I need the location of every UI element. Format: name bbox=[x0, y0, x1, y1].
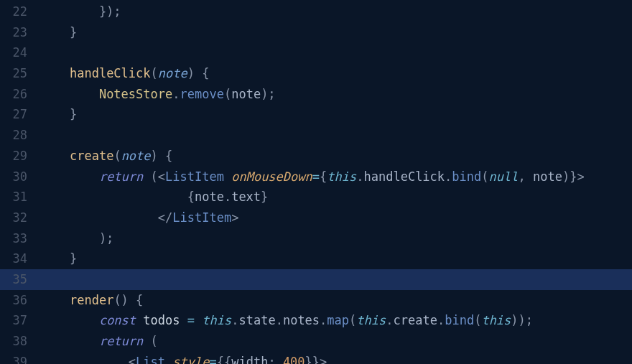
code-token: ListItem bbox=[165, 169, 224, 184]
code-token: } bbox=[40, 25, 77, 39]
code-line[interactable]: const todos = this.state.notes.map(this.… bbox=[40, 310, 632, 331]
code-line[interactable]: } bbox=[40, 104, 632, 125]
code-line[interactable] bbox=[40, 269, 632, 290]
code-token bbox=[224, 169, 231, 184]
code-token: todos bbox=[143, 313, 180, 327]
code-line[interactable]: }); bbox=[40, 1, 632, 22]
code-token: . bbox=[172, 87, 180, 101]
code-token: . bbox=[320, 313, 327, 327]
code-line[interactable] bbox=[40, 125, 632, 146]
code-token: text bbox=[231, 190, 261, 204]
code-token: render bbox=[70, 293, 113, 307]
line-number: 32 bbox=[0, 207, 27, 228]
code-token: create bbox=[70, 149, 113, 163]
code-token: . bbox=[231, 313, 238, 327]
code-token: ( bbox=[143, 334, 157, 348]
code-token: handleClick bbox=[363, 169, 445, 184]
code-token: return bbox=[99, 334, 143, 348]
code-token bbox=[40, 149, 70, 163]
code-token: . bbox=[437, 313, 445, 327]
code-token: ( bbox=[481, 169, 488, 184]
code-line[interactable]: ); bbox=[40, 228, 632, 249]
code-line[interactable]: handleClick(note) { bbox=[40, 63, 632, 84]
line-number: 27 bbox=[0, 104, 27, 125]
code-token bbox=[40, 334, 99, 348]
code-token bbox=[180, 313, 187, 327]
code-token bbox=[40, 210, 158, 225]
code-token: notes bbox=[283, 313, 320, 327]
code-token: { bbox=[40, 190, 195, 204]
code-token bbox=[40, 66, 70, 80]
code-token: )} bbox=[562, 169, 577, 184]
code-token: ListItem bbox=[172, 210, 231, 225]
code-token: note bbox=[231, 87, 261, 101]
code-line[interactable]: NotesStore.remove(note); bbox=[40, 84, 632, 105]
code-line[interactable]: <List style={{width: 400}}> bbox=[40, 352, 632, 364]
line-number: 38 bbox=[0, 331, 27, 352]
code-token: ( bbox=[113, 149, 121, 163]
code-area[interactable]: }); } handleClick(note) { NotesStore.rem… bbox=[40, 0, 632, 364]
code-line[interactable]: {note.text} bbox=[40, 187, 632, 207]
code-token: note bbox=[121, 149, 151, 163]
line-number: 26 bbox=[0, 84, 27, 105]
code-line[interactable]: return (<ListItem onMouseDown={this.hand… bbox=[40, 167, 632, 187]
line-number: 37 bbox=[0, 310, 27, 331]
line-number: 28 bbox=[0, 125, 27, 146]
code-token: < bbox=[158, 169, 165, 184]
code-token: . bbox=[276, 313, 283, 327]
code-token: > bbox=[231, 210, 238, 225]
line-number: 30 bbox=[0, 167, 27, 187]
code-token: ( bbox=[151, 66, 158, 80]
code-token: this bbox=[327, 169, 356, 184]
code-token: handleClick bbox=[70, 66, 151, 80]
line-number: 39 bbox=[0, 352, 27, 364]
code-token: ( bbox=[224, 87, 231, 101]
code-token: remove bbox=[180, 87, 224, 101]
code-token: bind bbox=[452, 169, 481, 184]
line-number: 22 bbox=[0, 1, 27, 22]
code-token: = bbox=[187, 313, 195, 327]
line-number: 23 bbox=[0, 22, 27, 43]
code-token: this bbox=[202, 313, 231, 327]
code-token: bind bbox=[445, 313, 474, 327]
code-token: note bbox=[195, 190, 224, 204]
code-token: NotesStore bbox=[99, 87, 172, 101]
code-token: . bbox=[224, 190, 231, 204]
code-token: note bbox=[158, 66, 187, 80]
code-token: List bbox=[136, 355, 165, 364]
code-token: this bbox=[481, 313, 511, 327]
code-token: state bbox=[238, 313, 275, 327]
code-token: style bbox=[172, 355, 209, 364]
code-token: } bbox=[40, 251, 77, 266]
code-token: ); bbox=[261, 87, 275, 101]
code-token bbox=[40, 293, 70, 307]
code-token: ); bbox=[40, 231, 113, 246]
code-token: 400 bbox=[283, 355, 305, 364]
code-token: { bbox=[320, 169, 327, 184]
code-token bbox=[40, 169, 99, 184]
code-token: ) { bbox=[151, 149, 173, 163]
code-token: }); bbox=[40, 4, 121, 19]
code-line[interactable]: } bbox=[40, 22, 632, 43]
code-token: {{ bbox=[217, 355, 231, 364]
code-line[interactable]: return ( bbox=[40, 331, 632, 352]
code-line[interactable]: create(note) { bbox=[40, 146, 632, 167]
line-number: 35 bbox=[0, 269, 27, 290]
code-token: > bbox=[320, 355, 327, 364]
line-number: 29 bbox=[0, 146, 27, 167]
code-token: null bbox=[489, 169, 519, 184]
code-line[interactable]: } bbox=[40, 248, 632, 269]
code-line[interactable]: </ListItem> bbox=[40, 207, 632, 228]
code-token: = bbox=[312, 169, 320, 184]
code-token: this bbox=[356, 313, 386, 327]
code-token: )); bbox=[511, 313, 533, 327]
code-line[interactable]: render() { bbox=[40, 290, 632, 311]
code-token: onMouseDown bbox=[231, 169, 312, 184]
line-number: 24 bbox=[0, 42, 27, 63]
code-token bbox=[40, 87, 99, 101]
line-number: 25 bbox=[0, 63, 27, 84]
code-line[interactable] bbox=[40, 42, 632, 63]
code-token: const bbox=[99, 313, 136, 327]
code-token: create bbox=[394, 313, 437, 327]
code-editor[interactable]: 222324252627282930313233343536373839 });… bbox=[0, 0, 632, 364]
